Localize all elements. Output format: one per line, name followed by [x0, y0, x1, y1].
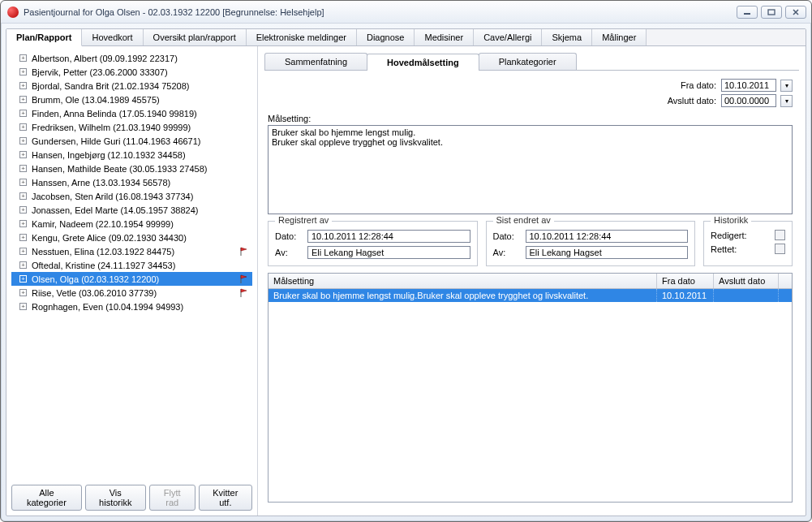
- expand-icon[interactable]: +: [19, 54, 27, 62]
- alle-kategorier-button[interactable]: Alle kategorier: [11, 485, 82, 511]
- avslutt-dato-field[interactable]: 00.00.0000: [721, 94, 776, 107]
- malsetting-textarea[interactable]: Bruker skal bo hjemme lengst mulig. Bruk…: [268, 125, 793, 214]
- expand-icon[interactable]: +: [19, 110, 27, 117]
- registrert-av-group: Registrert av Dato: 10.10.2011 12:28:44 …: [268, 221, 478, 266]
- patient-row[interactable]: +Oftedal, Kristine (24.11.1927 34453): [11, 258, 252, 272]
- patient-label: Rognhagen, Even (10.04.1994 94993): [32, 302, 183, 312]
- fra-dato-label: Fra dato:: [681, 80, 716, 90]
- grid-header-malsetting[interactable]: Målsetting: [269, 274, 657, 288]
- patient-row[interactable]: +Albertson, Albert (09.09.1992 22317): [11, 51, 252, 65]
- patient-row[interactable]: +Hansen, Ingebjørg (12.10.1932 34458): [11, 148, 252, 162]
- main-tabstrip: Plan/RapportHovedkortOversikt plan/rappo…: [6, 29, 806, 46]
- patient-row[interactable]: +Finden, Anna Belinda (17.05.1940 99819): [11, 106, 252, 120]
- expand-icon[interactable]: +: [19, 137, 27, 145]
- sist-endret-av-label: Av:: [493, 248, 521, 257]
- expand-icon[interactable]: +: [19, 68, 27, 75]
- main-tab-5[interactable]: Medisiner: [415, 29, 474, 45]
- patient-label: Albertson, Albert (09.09.1992 22317): [32, 54, 178, 63]
- patient-row[interactable]: +Kamir, Nadeem (22.10.1954 99999): [11, 217, 252, 231]
- redigert-checkbox[interactable]: [775, 230, 785, 240]
- close-button[interactable]: [785, 6, 806, 19]
- patient-label: Brumm, Ole (13.04.1989 45575): [32, 95, 160, 105]
- expand-icon[interactable]: +: [19, 123, 27, 131]
- historikk-group: Historikk Redigert: Rettet:: [703, 221, 793, 266]
- meta-row: Registrert av Dato: 10.10.2011 12:28:44 …: [268, 221, 793, 266]
- patient-row[interactable]: +Hansen, Mathilde Beate (30.05.1933 2745…: [11, 162, 252, 175]
- patient-row[interactable]: +Bjordal, Sandra Brit (21.02.1934 75208): [11, 79, 252, 93]
- client-area: Plan/RapportHovedkortOversikt plan/rappo…: [6, 28, 806, 516]
- expand-icon[interactable]: +: [19, 165, 27, 172]
- patient-row[interactable]: +Jacobsen, Sten Arild (16.08.1943 37734): [11, 189, 252, 203]
- redigert-label: Redigert:: [711, 231, 747, 240]
- rettet-label: Rettet:: [711, 244, 737, 254]
- main-tab-4[interactable]: Diagnose: [357, 29, 415, 45]
- expand-icon[interactable]: +: [19, 151, 27, 158]
- patient-row[interactable]: +Fredriksen, Wilhelm (21.03.1940 99999): [11, 120, 252, 134]
- grid-header-spacer: [779, 274, 792, 288]
- grid-header-fra-dato[interactable]: Fra dato: [657, 274, 714, 288]
- expand-icon[interactable]: +: [19, 192, 27, 200]
- sub-tab-1[interactable]: Hovedmålsetting: [367, 54, 479, 71]
- patient-row[interactable]: +Gundersen, Hilde Guri (11.04.1963 46671…: [11, 134, 252, 148]
- sub-tab-2[interactable]: Plankategorier: [479, 53, 577, 70]
- malsetting-label: Målsetting:: [268, 114, 793, 123]
- registrert-dato-value: 10.10.2011 12:28:44: [307, 230, 470, 243]
- main-tab-7[interactable]: Skjema: [542, 29, 592, 45]
- minimize-button[interactable]: [737, 6, 758, 19]
- avslutt-dato-dropdown[interactable]: ▾: [780, 95, 793, 107]
- form-area: Fra dato: 10.10.2011 ▾ Avslutt dato: 00.…: [258, 71, 799, 509]
- main-tab-6[interactable]: Cave/Allergi: [474, 29, 542, 45]
- patient-tree[interactable]: +Albertson, Albert (09.09.1992 22317)+Bj…: [11, 51, 252, 480]
- patient-tree-pane: +Albertson, Albert (09.09.1992 22317)+Bj…: [6, 46, 258, 516]
- expand-icon[interactable]: +: [19, 261, 27, 269]
- expand-icon[interactable]: +: [19, 289, 27, 296]
- fra-dato-dropdown[interactable]: ▾: [780, 80, 793, 92]
- kvitter-utf-button[interactable]: Kvitter utf.: [199, 485, 252, 511]
- expand-icon[interactable]: +: [19, 303, 27, 310]
- patient-row[interactable]: +Nesstuen, Elina (12.03.1922 84475): [11, 244, 252, 258]
- expand-icon[interactable]: +: [19, 220, 27, 227]
- patient-row[interactable]: +Bjervik, Petter (23.06.2000 33307): [11, 65, 252, 79]
- patient-row[interactable]: +Jonassen, Edel Marte (14.05.1957 38824): [11, 203, 252, 217]
- expand-icon[interactable]: +: [19, 179, 27, 186]
- patient-label: Gundersen, Hilde Guri (11.04.1963 46671): [32, 136, 201, 146]
- patient-label: Hanssen, Arne (13.03.1934 56578): [32, 178, 170, 188]
- expand-icon[interactable]: +: [19, 206, 27, 214]
- rettet-checkbox[interactable]: [775, 244, 785, 254]
- main-tab-1[interactable]: Hovedkort: [82, 29, 143, 45]
- grid-header: Målsetting Fra dato Avslutt dato: [269, 274, 792, 289]
- grid-header-avslutt-dato[interactable]: Avslutt dato: [714, 274, 779, 288]
- sub-tab-0[interactable]: Sammenfatning: [264, 53, 367, 70]
- expand-icon[interactable]: +: [19, 248, 27, 255]
- maximize-button[interactable]: [761, 6, 782, 19]
- patient-row[interactable]: +Brumm, Ole (13.04.1989 45575): [11, 93, 252, 106]
- registrert-legend: Registrert av: [275, 215, 332, 225]
- patient-row[interactable]: +Hanssen, Arne (13.03.1934 56578): [11, 175, 252, 189]
- patient-row[interactable]: +Olsen, Olga (02.03.1932 12200): [11, 272, 252, 286]
- patient-row[interactable]: +Kengu, Grete Alice (09.02.1930 34430): [11, 231, 252, 244]
- main-tab-8[interactable]: Målinger: [592, 29, 647, 45]
- patient-row[interactable]: +Riise, Vetle (03.06.2010 37739): [11, 286, 252, 300]
- expand-icon[interactable]: +: [19, 82, 27, 89]
- expand-icon[interactable]: +: [19, 96, 27, 103]
- grid-cell-spacer: [779, 289, 792, 302]
- patient-label: Finden, Anna Belinda (17.05.1940 99819): [32, 109, 197, 119]
- window-title: Pasientjournal for Olga Olsen - 02.03.19…: [24, 7, 737, 17]
- malsetting-grid[interactable]: Målsetting Fra dato Avslutt dato Bruker …: [268, 273, 793, 503]
- expand-icon[interactable]: +: [19, 275, 27, 283]
- main-tab-0[interactable]: Plan/Rapport: [6, 29, 82, 46]
- avslutt-dato-label: Avslutt dato:: [668, 96, 716, 106]
- main-tab-3[interactable]: Elektroniske meldinger: [247, 29, 357, 45]
- flag-icon: [239, 274, 249, 284]
- app-icon: [7, 6, 19, 18]
- detail-pane: SammenfatningHovedmålsettingPlankategori…: [258, 46, 806, 516]
- patient-label: Jonassen, Edel Marte (14.05.1957 38824): [32, 205, 198, 215]
- expand-icon[interactable]: +: [19, 234, 27, 241]
- patient-row[interactable]: +Rognhagen, Even (10.04.1994 94993): [11, 300, 252, 313]
- vis-historikk-button[interactable]: Vis historikk: [85, 485, 146, 511]
- main-tab-2[interactable]: Oversikt plan/rapport: [144, 29, 247, 45]
- grid-row[interactable]: Bruker skal bo hjemme lengst mulig.Bruke…: [269, 289, 792, 302]
- flag-icon: [239, 247, 249, 257]
- fra-dato-field[interactable]: 10.10.2011: [721, 79, 776, 92]
- svg-rect-0: [744, 13, 750, 15]
